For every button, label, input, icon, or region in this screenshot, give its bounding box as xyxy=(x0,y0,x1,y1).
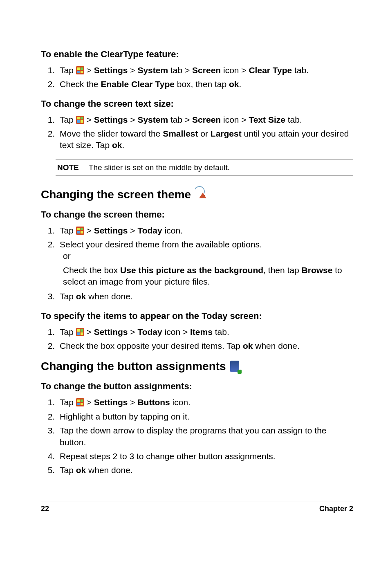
chapter-label: Chapter 2 xyxy=(319,505,353,513)
buttons-step-4: Repeat steps 2 to 3 to change other butt… xyxy=(57,451,353,462)
start-icon xyxy=(76,66,84,74)
page-footer: 22 Chapter 2 xyxy=(41,501,353,513)
start-icon xyxy=(76,398,84,406)
textsize-step-1: Tap > Settings > System tab > Screen ico… xyxy=(57,114,353,126)
start-icon xyxy=(76,116,84,124)
today-items-step-2: Check the box opposite your desired item… xyxy=(57,340,353,352)
cleartype-step-2: Check the Enable Clear Type box, then ta… xyxy=(57,79,353,90)
start-icon xyxy=(76,328,84,336)
theme-section-title: Changing the screen theme xyxy=(41,188,353,201)
textsize-heading: To change the screen text size: xyxy=(41,99,353,109)
buttons-step-1: Tap > Settings > Buttons icon. xyxy=(57,397,353,408)
buttons-step-5: Tap ok when done. xyxy=(57,465,353,476)
theme-icon xyxy=(195,189,207,201)
textsize-step-2: Move the slider toward the Smallest or L… xyxy=(57,128,353,151)
note-box: NOTE The slider is set on the middle by … xyxy=(56,159,353,176)
buttons-steps: Tap > Settings > Buttons icon. Highlight… xyxy=(41,397,353,476)
page-number: 22 xyxy=(41,505,49,513)
buttons-step-2: Highlight a button by tapping on it. xyxy=(57,411,353,422)
theme-step-3: Tap ok when done. xyxy=(57,291,353,302)
today-items-step-1: Tap > Settings > Today icon > Items tab. xyxy=(57,326,353,338)
buttons-step-3: Tap the down arrow to display the progra… xyxy=(57,425,353,448)
today-items-steps: Tap > Settings > Today icon > Items tab.… xyxy=(41,326,353,352)
note-label: NOTE xyxy=(57,163,79,172)
start-icon xyxy=(76,227,84,235)
theme-steps: Tap > Settings > Today icon. Select your… xyxy=(41,225,353,303)
cleartype-heading: To enable the ClearType feature: xyxy=(41,49,353,60)
theme-heading: To change the screen theme: xyxy=(41,209,353,220)
buttons-icon xyxy=(230,361,239,372)
theme-step-2-detail: Check the box Use this picture as the ba… xyxy=(63,265,353,288)
buttons-heading: To change the button assignments: xyxy=(41,381,353,392)
theme-step-2: Select your desired theme from the avail… xyxy=(57,239,353,287)
cleartype-step-1: Tap > Settings > System tab > Screen ico… xyxy=(57,65,353,76)
cleartype-steps: Tap > Settings > System tab > Screen ico… xyxy=(41,65,353,90)
note-text: The slider is set on the middle by defau… xyxy=(89,163,230,172)
page-content: To enable the ClearType feature: Tap > S… xyxy=(0,0,390,588)
textsize-steps: Tap > Settings > System tab > Screen ico… xyxy=(41,114,353,151)
or-text: or xyxy=(63,250,353,262)
buttons-section-title: Changing the button assignments xyxy=(41,360,353,373)
theme-step-1: Tap > Settings > Today icon. xyxy=(57,225,353,236)
today-items-heading: To specify the items to appear on the To… xyxy=(41,311,353,321)
